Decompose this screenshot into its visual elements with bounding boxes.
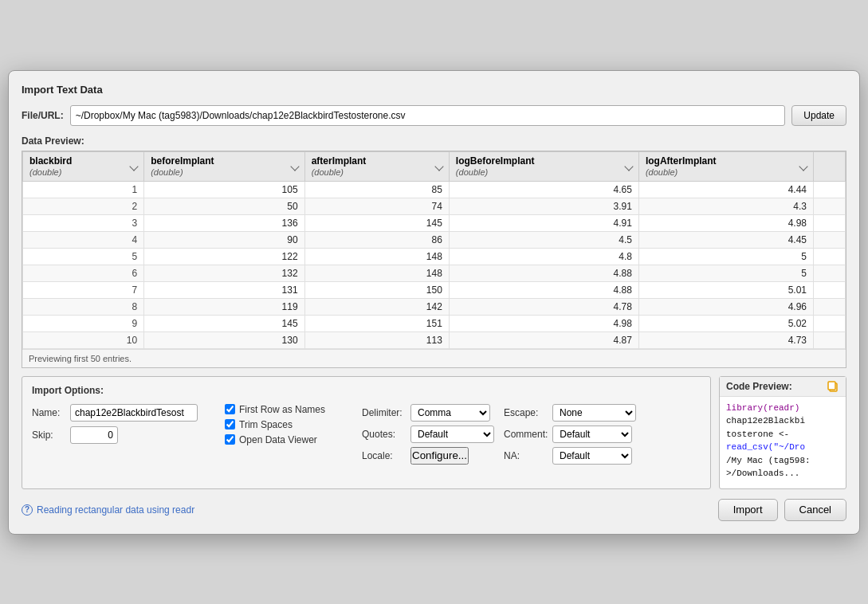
file-url-input[interactable] bbox=[70, 105, 786, 126]
col-header-extra bbox=[814, 151, 846, 181]
col-header-beforeimplant[interactable]: beforeImplant (double) bbox=[144, 151, 304, 181]
code-line-3: tosterone <- bbox=[726, 428, 839, 441]
col-sort-icon bbox=[290, 162, 299, 171]
first-row-checkbox[interactable] bbox=[225, 404, 235, 414]
preview-table: blackbird (double) beforeImplant (doubl bbox=[22, 151, 846, 349]
col-header-logbeforeimplant[interactable]: logBeforeImplant (double) bbox=[449, 151, 638, 181]
code-preview-section: Code Preview: library(readr) chap12e2Bla… bbox=[719, 376, 846, 489]
delimiter-group: Delimiter: Comma Tab Semicolon Whitespac… bbox=[362, 404, 494, 465]
comment-label: Comment: bbox=[504, 429, 548, 440]
na-select[interactable]: Default NA NULL bbox=[552, 447, 632, 465]
help-text: Reading rectangular data using readr bbox=[37, 504, 194, 516]
code-preview-body: library(readr) chap12e2Blackbi tosterone… bbox=[720, 397, 846, 488]
data-preview-label: Data Preview: bbox=[22, 135, 846, 147]
col-header-afterimplant[interactable]: afterImplant (double) bbox=[304, 151, 449, 181]
table-row: 1105854.654.44 bbox=[23, 181, 846, 198]
col-sort-icon bbox=[624, 162, 633, 171]
name-input[interactable] bbox=[70, 404, 198, 422]
preview-table-wrap[interactable]: blackbird (double) beforeImplant (doubl bbox=[22, 151, 846, 349]
escape-label: Escape: bbox=[504, 407, 548, 418]
table-row: 31361454.914.98 bbox=[23, 214, 846, 231]
help-link[interactable]: ? Reading rectangular data using readr bbox=[22, 504, 194, 516]
open-viewer-checkbox-row[interactable]: Open Data Viewer bbox=[225, 434, 352, 445]
cancel-button[interactable]: Cancel bbox=[784, 499, 846, 521]
data-preview-section: blackbird (double) beforeImplant (doubl bbox=[22, 151, 846, 368]
import-button[interactable]: Import bbox=[718, 499, 778, 521]
footer-buttons: Import Cancel bbox=[718, 499, 846, 521]
footer: ? Reading rectangular data using readr I… bbox=[22, 499, 846, 521]
checkboxes-col: First Row as Names Trim Spaces Open Data… bbox=[225, 404, 352, 445]
import-options-title: Import Options: bbox=[32, 385, 701, 396]
col-sort-icon bbox=[434, 162, 443, 171]
table-row: 81191424.784.96 bbox=[23, 298, 846, 315]
table-row: 490864.54.45 bbox=[23, 231, 846, 248]
file-url-row: File/URL: Update bbox=[22, 105, 846, 126]
file-url-label: File/URL: bbox=[22, 110, 64, 121]
trim-spaces-checkbox-row[interactable]: Trim Spaces bbox=[225, 419, 352, 430]
table-row: 61321484.885 bbox=[23, 265, 846, 281]
quotes-row: Quotes: Default Double Quote Single Quot… bbox=[362, 426, 494, 443]
quotes-label: Quotes: bbox=[362, 429, 406, 440]
locale-row: Locale: Configure... bbox=[362, 447, 494, 465]
code-line-2: chap12e2Blackbi bbox=[726, 414, 839, 428]
comment-select[interactable]: Default # // None bbox=[552, 426, 632, 443]
code-preview-label: Code Preview: bbox=[726, 381, 792, 392]
table-row: 51221484.85 bbox=[23, 248, 846, 265]
copy-icon[interactable] bbox=[827, 380, 839, 393]
col-header-logafterimplant[interactable]: logAfterImplant (double) bbox=[638, 151, 813, 181]
bottom-section: Import Options: Name: Skip: F bbox=[22, 376, 846, 489]
locale-configure-button[interactable]: Configure... bbox=[410, 447, 469, 465]
import-options-panel: Import Options: Name: Skip: F bbox=[22, 376, 711, 489]
col-sort-icon bbox=[799, 162, 807, 171]
code-line-1: library(readr) bbox=[726, 402, 839, 415]
skip-input[interactable] bbox=[70, 426, 118, 444]
code-preview-header: Code Preview: bbox=[720, 377, 846, 397]
svg-rect-1 bbox=[828, 382, 835, 390]
na-row: NA: Default NA NULL bbox=[504, 447, 636, 465]
trim-spaces-checkbox[interactable] bbox=[225, 419, 235, 429]
code-line-4: read_csv("~/Dro bbox=[726, 441, 839, 454]
escape-select[interactable]: None Backslash Double Quote bbox=[552, 404, 636, 422]
col-header-blackbird[interactable]: blackbird (double) bbox=[23, 151, 144, 181]
table-row: 91451514.985.02 bbox=[23, 315, 846, 331]
col-sort-icon bbox=[130, 162, 139, 171]
name-row: Name: bbox=[32, 404, 215, 422]
first-row-checkbox-row[interactable]: First Row as Names bbox=[225, 404, 352, 415]
name-label: Name: bbox=[32, 407, 64, 418]
escape-comment-group: Escape: None Backslash Double Quote Comm… bbox=[504, 404, 636, 465]
import-dialog: Import Text Data File/URL: Update Data P… bbox=[8, 70, 860, 535]
table-row: 250743.914.3 bbox=[23, 198, 846, 214]
code-line-6: >/Downloads... bbox=[726, 467, 839, 480]
comment-row: Comment: Default # // None bbox=[504, 426, 636, 443]
help-circle-icon: ? bbox=[22, 504, 33, 516]
locale-label: Locale: bbox=[362, 450, 406, 461]
na-label: NA: bbox=[504, 450, 548, 461]
open-viewer-checkbox[interactable] bbox=[225, 434, 235, 445]
delimiter-row: Delimiter: Comma Tab Semicolon Whitespac… bbox=[362, 404, 494, 422]
update-button[interactable]: Update bbox=[791, 105, 846, 126]
table-row: 101301134.874.73 bbox=[23, 331, 846, 348]
delimiter-label: Delimiter: bbox=[362, 407, 406, 418]
table-row: 71311504.885.01 bbox=[23, 281, 846, 298]
skip-row: Skip: bbox=[32, 426, 215, 444]
quotes-select[interactable]: Default Double Quote Single Quote None bbox=[410, 426, 494, 443]
preview-footer: Previewing first 50 entries. bbox=[22, 349, 846, 367]
delimiter-select[interactable]: Comma Tab Semicolon Whitespace Other bbox=[410, 404, 490, 422]
skip-label: Skip: bbox=[32, 429, 64, 441]
escape-row: Escape: None Backslash Double Quote bbox=[504, 404, 636, 422]
code-line-5: /My Mac (tag598: bbox=[726, 454, 839, 468]
dialog-title: Import Text Data bbox=[22, 84, 846, 96]
